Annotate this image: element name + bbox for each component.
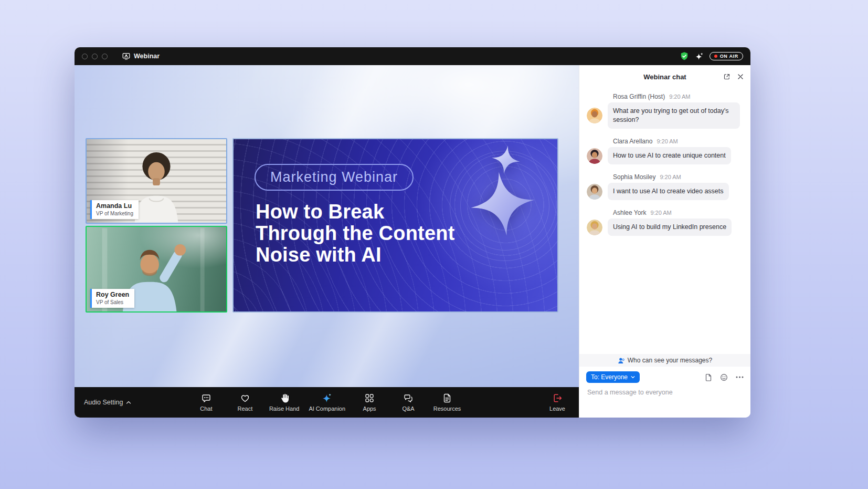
slide-heading: How to Break Through the Content Noise w… — [256, 201, 455, 266]
document-icon — [442, 393, 452, 403]
message-author: Clara Arellano — [613, 138, 652, 145]
slide-star-small — [492, 145, 520, 174]
toolbar-item-label: Resources — [433, 405, 461, 412]
participant-name: Roy Green — [96, 291, 129, 298]
avatar — [587, 148, 602, 164]
toolbar-item-label: Q&A — [402, 405, 414, 412]
leave-door-icon — [552, 393, 563, 403]
window-control-close[interactable] — [82, 54, 88, 59]
apps-grid-icon — [364, 393, 375, 403]
titlebar: Webinar ON AIR — [75, 47, 750, 65]
participant-video-amanda[interactable]: Amanda Lu VP of Marketing — [86, 138, 227, 224]
slide-star-large — [471, 172, 535, 236]
message-bubble: I want to use AI to create video assets — [608, 183, 729, 200]
message-bubble: How to use AI to create unique content — [608, 147, 731, 164]
message-time: 9:20 AM — [669, 93, 690, 100]
leave-label: Leave — [549, 405, 565, 412]
audio-setting-label: Audio Setting — [84, 399, 123, 406]
message-bubble: Using AI to build my LinkedIn presence — [608, 219, 732, 236]
webinar-window: Webinar ON AIR — [75, 47, 750, 418]
message-bubble: What are you trying to get out of today'… — [608, 102, 740, 129]
person-icon — [618, 357, 624, 364]
toolbar-item-apps[interactable]: Apps — [355, 393, 384, 412]
composer-spacer — [579, 397, 750, 418]
avatar — [587, 184, 602, 200]
message-time: 9:20 AM — [660, 174, 681, 180]
chat-composer-input[interactable] — [586, 389, 744, 396]
message-header: Sophia Mosiley 9:20 AM — [587, 173, 743, 181]
message-header: Ashlee York 9:20 AM — [587, 209, 743, 216]
composer-row: To: Everyone — [586, 371, 744, 383]
message-row: What are you trying to get out of today'… — [587, 102, 743, 129]
slide-heading-line: Noise with AI — [256, 244, 455, 266]
slide-badge: Marketing Webinar — [255, 164, 414, 191]
leave-button[interactable]: Leave — [549, 393, 565, 412]
window-control-zoom[interactable] — [102, 54, 108, 59]
heart-icon — [240, 393, 250, 403]
chevron-up-icon — [126, 401, 131, 404]
chat-message: Ashlee York 9:20 AM Using AI to build my… — [587, 209, 743, 236]
message-time: 9:20 AM — [650, 210, 671, 216]
webinar-icon — [122, 53, 130, 60]
ai-sparkle-icon[interactable] — [695, 52, 704, 61]
chat-composer: To: Everyone — [579, 367, 750, 397]
close-icon[interactable] — [737, 74, 744, 80]
chat-header-icons — [723, 73, 744, 80]
presentation-slide: Marketing Webinar How to Break Through t… — [232, 138, 558, 313]
app-title-label: Webinar — [134, 53, 160, 60]
to-everyone-selector[interactable]: To: Everyone — [586, 371, 640, 383]
raised-hand-icon — [279, 393, 290, 403]
toolbar-item-label: Chat — [200, 405, 212, 412]
chat-message: Clara Arellano 9:20 AM How to use AI to … — [587, 138, 743, 164]
nametag-amanda: Amanda Lu VP of Marketing — [90, 200, 139, 219]
meeting-toolbar: Audio Setting Chat — [75, 387, 579, 418]
chat-message: Rosa Griffin (Host) 9:20 AM What are you… — [587, 93, 743, 129]
message-row: How to use AI to create unique content — [587, 147, 743, 164]
message-header: Rosa Griffin (Host) 9:20 AM — [587, 93, 743, 100]
webinar-chat-panel: Webinar chat Rosa Griffin (Host) 9:20 AM — [579, 65, 750, 418]
toolbar-item-react[interactable]: React — [230, 393, 260, 412]
video-stage: Amanda Lu VP of Marketing — [75, 65, 579, 387]
message-time: 9:20 AM — [657, 138, 678, 144]
app-title: Webinar — [122, 53, 160, 60]
message-author: Rosa Griffin (Host) — [613, 93, 665, 100]
chat-bubble-icon — [201, 393, 211, 403]
visibility-note-text: Who can see your messages? — [628, 357, 712, 364]
composer-icons — [704, 373, 744, 381]
audio-setting-button[interactable]: Audio Setting — [84, 399, 131, 406]
avatar — [587, 220, 602, 235]
stage-column: Amanda Lu VP of Marketing — [75, 65, 579, 418]
toolbar-item-label: AI Companion — [309, 405, 345, 412]
to-everyone-label: To: Everyone — [591, 373, 628, 381]
more-options-icon[interactable] — [736, 376, 744, 378]
participant-name: Amanda Lu — [96, 202, 133, 210]
toolbar-item-raise-hand[interactable]: Raise Hand — [269, 393, 299, 412]
emoji-icon[interactable] — [720, 373, 728, 381]
avatar — [587, 108, 602, 123]
message-author: Ashlee York — [613, 209, 646, 216]
visibility-note: Who can see your messages? — [579, 354, 750, 367]
titlebar-right: ON AIR — [680, 51, 743, 61]
toolbar-item-chat[interactable]: Chat — [192, 393, 221, 412]
on-air-dot — [714, 55, 717, 58]
message-author: Sophia Mosiley — [613, 173, 655, 181]
toolbar-item-label: Apps — [363, 405, 376, 412]
chat-messages[interactable]: Rosa Griffin (Host) 9:20 AM What are you… — [579, 88, 750, 354]
toolbar-item-resources[interactable]: Resources — [432, 393, 462, 412]
on-air-badge: ON AIR — [710, 52, 743, 60]
chat-message: Sophia Mosiley 9:20 AM I want to use AI … — [587, 173, 743, 200]
on-air-label: ON AIR — [720, 54, 738, 59]
window-control-minimize[interactable] — [92, 54, 98, 59]
nametag-roy: Roy Green VP of Sales — [90, 289, 134, 308]
window-body: Amanda Lu VP of Marketing — [75, 65, 750, 418]
chevron-down-icon — [631, 376, 635, 379]
ai-sparkle-icon — [322, 393, 332, 403]
file-icon[interactable] — [704, 373, 712, 381]
qa-bubbles-icon — [403, 393, 414, 403]
slide-heading-line: Through the Content — [256, 223, 455, 244]
participant-video-roy[interactable]: Roy Green VP of Sales — [86, 226, 227, 313]
popout-icon[interactable] — [723, 73, 731, 80]
toolbar-item-qa[interactable]: Q&A — [394, 393, 423, 412]
shield-check-icon[interactable] — [680, 51, 689, 61]
toolbar-item-ai-companion[interactable]: AI Companion — [309, 393, 345, 412]
